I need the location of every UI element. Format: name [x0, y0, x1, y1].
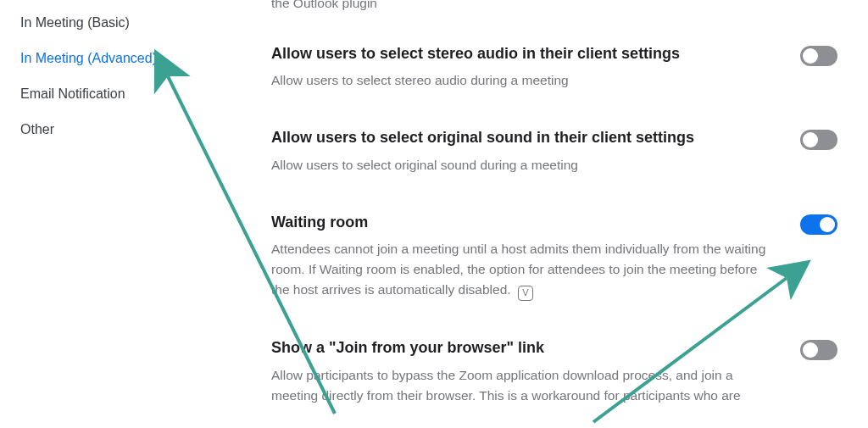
- setting-row-stereo-audio: Allow users to select stereo audio in th…: [271, 44, 837, 91]
- sidebar-item-email-notification[interactable]: Email Notification: [20, 86, 220, 102]
- sidebar-item-in-meeting-advanced[interactable]: In Meeting (Advanced): [20, 51, 220, 66]
- setting-title: Waiting room: [271, 213, 773, 232]
- settings-tabs-sidebar: In Meeting (Basic) In Meeting (Advanced)…: [0, 0, 220, 428]
- setting-desc: the Outlook plugin: [271, 0, 810, 14]
- setting-title: Show a "Join from your browser" link: [271, 338, 773, 358]
- setting-row-waiting-room: Waiting room Attendees cannot join a mee…: [271, 213, 837, 301]
- toggle-original-sound[interactable]: [800, 130, 837, 150]
- sidebar-item-in-meeting-basic[interactable]: In Meeting (Basic): [20, 15, 220, 31]
- setting-row-original-sound: Allow users to select original sound in …: [271, 128, 837, 175]
- setting-row-outlook-fragment: the Outlook plugin: [271, 0, 837, 14]
- modified-badge-icon: V: [518, 286, 533, 301]
- setting-desc: Attendees cannot join a meeting until a …: [271, 239, 773, 301]
- setting-desc: Allow users to select original sound dur…: [271, 155, 773, 175]
- toggle-waiting-room[interactable]: [800, 214, 837, 235]
- setting-title: Allow users to select stereo audio in th…: [271, 44, 773, 64]
- setting-desc: Allow users to select stereo audio durin…: [271, 70, 773, 91]
- setting-desc: Allow participants to bypass the Zoom ap…: [271, 365, 773, 406]
- sidebar-item-other[interactable]: Other: [20, 122, 220, 137]
- toggle-join-browser[interactable]: [800, 340, 837, 360]
- setting-row-join-browser: Show a "Join from your browser" link All…: [271, 338, 837, 405]
- setting-title: Allow users to select original sound in …: [271, 128, 773, 147]
- settings-content: the Outlook plugin Allow users to select…: [220, 0, 868, 428]
- toggle-stereo-audio[interactable]: [800, 46, 837, 66]
